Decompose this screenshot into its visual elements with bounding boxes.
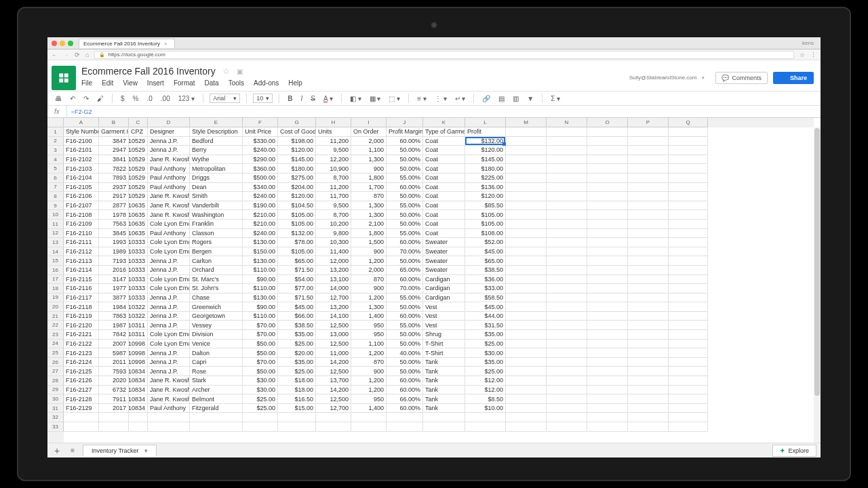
number-format-button[interactable]: 123 ▾ bbox=[176, 94, 197, 104]
cell[interactable]: 5987 bbox=[99, 348, 129, 358]
cell[interactable]: 60.00% bbox=[387, 312, 423, 321]
cell[interactable]: 1,200 bbox=[351, 348, 387, 358]
cell[interactable]: Cole Lyon Emory bbox=[148, 238, 190, 247]
table-row[interactable]: F16-2107287710635Jane R. KwoshiVanderbil… bbox=[64, 201, 814, 211]
cell[interactable]: 1,100 bbox=[351, 340, 387, 349]
cell[interactable]: Franklin bbox=[190, 220, 243, 229]
cell[interactable] bbox=[351, 413, 387, 422]
cell[interactable] bbox=[99, 422, 129, 432]
cell[interactable]: 870 bbox=[351, 358, 387, 367]
cell[interactable] bbox=[587, 404, 628, 413]
cell[interactable] bbox=[628, 404, 669, 413]
cell[interactable] bbox=[669, 413, 708, 422]
table-row[interactable]: F16-2118198410322Jenna J.P.Greenwich$90.… bbox=[64, 302, 814, 312]
cell[interactable] bbox=[547, 348, 587, 358]
cell[interactable]: Belmont bbox=[190, 394, 243, 404]
decimal-inc-icon[interactable]: .00 bbox=[159, 94, 172, 104]
comment-insert-icon[interactable]: ▤ bbox=[496, 94, 507, 104]
cell[interactable]: 10333 bbox=[129, 238, 148, 247]
cell[interactable] bbox=[628, 386, 669, 395]
cell[interactable]: $180.00 bbox=[465, 164, 506, 174]
cell[interactable]: Garment ID bbox=[99, 127, 129, 137]
cell[interactable] bbox=[628, 220, 669, 229]
cell[interactable]: 12,700 bbox=[316, 404, 351, 413]
cell[interactable]: $25.00 bbox=[243, 394, 278, 404]
sheet-tab[interactable]: Inventory Tracker ▾ bbox=[83, 445, 157, 456]
col-header-A[interactable]: A bbox=[64, 118, 99, 127]
cell[interactable]: Tank bbox=[423, 394, 465, 404]
cell[interactable] bbox=[506, 394, 547, 404]
cell[interactable]: $108.00 bbox=[465, 229, 506, 239]
cell[interactable] bbox=[190, 422, 243, 432]
cell[interactable] bbox=[669, 238, 708, 247]
cell[interactable]: Tank bbox=[423, 358, 465, 367]
cell[interactable] bbox=[190, 413, 243, 422]
cell[interactable]: 9,500 bbox=[316, 146, 351, 155]
cell[interactable] bbox=[506, 220, 547, 229]
cell[interactable]: 11,400 bbox=[316, 247, 351, 257]
cell[interactable]: $110.00 bbox=[243, 312, 278, 321]
cell[interactable] bbox=[669, 422, 708, 432]
row-header-14[interactable]: 14 bbox=[47, 247, 64, 257]
cell[interactable]: $145.00 bbox=[465, 155, 506, 165]
add-sheet-icon[interactable]: + bbox=[47, 445, 66, 456]
cell[interactable]: Division bbox=[190, 330, 243, 340]
cell[interactable] bbox=[628, 275, 669, 285]
cell[interactable]: 12,500 bbox=[316, 367, 351, 376]
menu-help[interactable]: Help bbox=[288, 79, 302, 87]
cell[interactable]: Sweater bbox=[423, 247, 465, 257]
cell[interactable]: $50.00 bbox=[243, 340, 278, 349]
cell[interactable] bbox=[506, 266, 547, 275]
cell[interactable]: 10529 bbox=[129, 146, 148, 155]
cell[interactable] bbox=[587, 413, 628, 422]
cell[interactable]: F16-2104 bbox=[64, 174, 99, 183]
cell[interactable] bbox=[547, 293, 587, 303]
cell[interactable]: Jenna J.P. bbox=[148, 358, 190, 367]
row-header-2[interactable]: 2 bbox=[47, 137, 64, 146]
vertical-scrollbar[interactable] bbox=[814, 127, 821, 458]
cell[interactable] bbox=[547, 247, 587, 257]
cell[interactable] bbox=[669, 302, 708, 312]
cell[interactable]: $36.00 bbox=[465, 275, 506, 285]
row-header-25[interactable]: 25 bbox=[47, 348, 64, 358]
cell[interactable]: 10,900 bbox=[316, 164, 351, 174]
cell[interactable] bbox=[587, 210, 628, 220]
cell[interactable]: $130.00 bbox=[243, 293, 278, 303]
cell[interactable]: $18.00 bbox=[278, 376, 316, 386]
cell[interactable] bbox=[587, 284, 628, 293]
cell[interactable]: 60.00% bbox=[387, 386, 423, 395]
cell[interactable]: F16-2127 bbox=[64, 386, 99, 395]
cell[interactable]: $132.00 bbox=[465, 137, 506, 146]
row-header-19[interactable]: 19 bbox=[47, 293, 64, 303]
cell[interactable]: Cole Lyon Emory bbox=[148, 275, 190, 285]
cell[interactable]: Cole Lyon Emory bbox=[148, 340, 190, 349]
cell[interactable]: $360.00 bbox=[243, 164, 278, 174]
cell[interactable]: 14,200 bbox=[316, 386, 351, 395]
cell[interactable]: 10333 bbox=[129, 293, 148, 303]
row-header-33[interactable]: 33 bbox=[47, 422, 64, 432]
cell[interactable]: Coat bbox=[423, 164, 465, 174]
cell[interactable]: 50.00% bbox=[387, 192, 423, 201]
cell[interactable]: 6732 bbox=[99, 386, 129, 395]
cell[interactable] bbox=[243, 413, 278, 422]
cell[interactable]: $25.00 bbox=[465, 367, 506, 376]
home-icon[interactable]: ⌂ bbox=[85, 52, 89, 58]
cell[interactable] bbox=[587, 256, 628, 266]
halign-icon[interactable]: ≡ ▾ bbox=[415, 94, 429, 104]
cell[interactable]: $35.00 bbox=[278, 358, 316, 367]
cell[interactable]: Cole Lyon Emory bbox=[148, 247, 190, 257]
cell[interactable]: Coat bbox=[423, 137, 465, 146]
cell[interactable] bbox=[547, 404, 587, 413]
cell[interactable] bbox=[506, 422, 547, 432]
redo-icon[interactable]: ↷ bbox=[81, 94, 91, 104]
chart-icon[interactable]: ▥ bbox=[511, 94, 521, 104]
cell[interactable]: Cardigan bbox=[423, 293, 465, 303]
table-row[interactable]: F16-2109756310635Cole Lyon EmoryFranklin… bbox=[64, 220, 814, 229]
cell[interactable]: $120.00 bbox=[278, 146, 316, 155]
cell[interactable]: 1989 bbox=[99, 247, 129, 257]
menu-edit[interactable]: Edit bbox=[102, 79, 113, 87]
col-header-B[interactable]: B bbox=[99, 118, 129, 127]
cell[interactable]: 12,200 bbox=[316, 155, 351, 165]
cell[interactable] bbox=[547, 137, 587, 146]
cell[interactable]: On Order bbox=[351, 127, 387, 137]
